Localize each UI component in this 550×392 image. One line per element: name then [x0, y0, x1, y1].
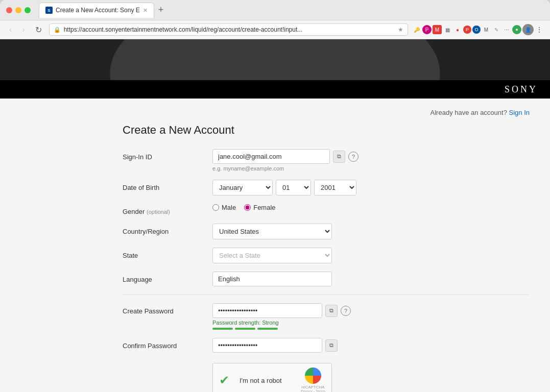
- ext6-icon[interactable]: M: [482, 25, 491, 34]
- svg-rect-0: [0, 39, 550, 80]
- sign-in-link[interactable]: Sign In: [509, 109, 530, 116]
- profile-avatar[interactable]: 👤: [522, 24, 534, 35]
- dob-label: Date of Birth: [123, 180, 204, 191]
- recaptcha-spacer: [123, 361, 204, 365]
- gender-male-text: Male: [222, 204, 236, 211]
- url-text: https://account.sonyentertainmentnetwork…: [64, 26, 395, 33]
- back-button[interactable]: ‹: [6, 24, 15, 35]
- gender-optional: (optional): [147, 209, 170, 215]
- minimize-button[interactable]: [15, 7, 21, 13]
- divider: [123, 295, 530, 295]
- recaptcha-row: ✔ I'm not a robot reCAPTCHA Privacy - Te…: [123, 361, 530, 392]
- forward-button[interactable]: ›: [19, 24, 28, 35]
- confirm-copy-icon[interactable]: ⧉: [325, 339, 338, 352]
- password-strength-text: Password strength: Strong: [212, 320, 396, 326]
- gender-female-radio[interactable]: [244, 204, 251, 211]
- create-password-row: Create Password ⧉ ? Password strength: S…: [123, 303, 530, 330]
- language-row: Language: [123, 272, 530, 286]
- key-icon[interactable]: 🔑: [412, 25, 421, 34]
- recaptcha-links: Privacy - Terms: [301, 389, 325, 392]
- gender-label: Gender (optional): [123, 204, 204, 215]
- new-tab-button[interactable]: +: [156, 5, 166, 15]
- country-select[interactable]: United States Canada United Kingdom: [212, 224, 332, 239]
- sign-in-id-field: ⧉ ? e.g. myname@example.com: [212, 149, 396, 172]
- ext4-icon[interactable]: P: [463, 26, 471, 34]
- gender-male-radio[interactable]: [212, 204, 219, 211]
- browser-content: SONY Already have an account? Sign In Cr…: [0, 39, 550, 392]
- svg-point-3: [258, 55, 273, 70]
- sony-bar: SONY: [0, 80, 550, 99]
- tab-favicon: S: [45, 7, 53, 14]
- gender-options: Male Female: [212, 204, 396, 211]
- password-copy-icon[interactable]: ⧉: [325, 305, 338, 317]
- ext2-icon[interactable]: ▦: [443, 25, 452, 34]
- recaptcha-box[interactable]: ✔ I'm not a robot reCAPTCHA Privacy - Te…: [212, 363, 332, 392]
- recaptcha-logo: reCAPTCHA Privacy - Terms: [301, 368, 325, 392]
- ext7-icon[interactable]: ✎: [492, 25, 501, 34]
- dob-month-select[interactable]: January FebruaryMarchApril MayJuneJuly A…: [212, 180, 273, 195]
- strength-bars: [212, 328, 396, 330]
- page-title: Create a New Account: [123, 124, 530, 137]
- bookmark-icon[interactable]: ★: [398, 26, 403, 33]
- traffic-lights: [6, 7, 31, 13]
- gender-female-text: Female: [253, 204, 275, 211]
- dob-year-select[interactable]: 2001 200019991998: [314, 180, 356, 195]
- create-password-input-wrapper: ⧉ ?: [212, 303, 396, 318]
- tab-title: Create a New Account: Sony E: [56, 7, 140, 14]
- close-button[interactable]: [6, 7, 12, 13]
- ext1-icon[interactable]: M: [433, 25, 442, 34]
- sign-in-id-label: Sign-In ID: [123, 149, 204, 161]
- create-password-field: ⧉ ? Password strength: Strong: [212, 303, 396, 330]
- gender-row: Gender (optional) Male Female: [123, 204, 530, 215]
- language-field: [212, 272, 396, 286]
- hero-image: [0, 39, 550, 80]
- active-tab[interactable]: S Create a New Account: Sony E ✕: [39, 3, 154, 18]
- state-select[interactable]: Select a State California New York Texas: [212, 248, 332, 263]
- browser-window: S Create a New Account: Sony E ✕ + ‹ › ↻…: [0, 0, 550, 392]
- svg-point-1: [174, 47, 378, 80]
- create-password-label: Create Password: [123, 303, 204, 315]
- country-row: Country/Region United States Canada Unit…: [123, 224, 530, 239]
- sign-in-id-hint: e.g. myname@example.com: [212, 165, 396, 172]
- extension-icons: 🔑 P M ▦ ● P O M ✎ ⋯ ● 👤 ⋮: [412, 24, 544, 35]
- gender-male-label[interactable]: Male: [212, 204, 236, 211]
- address-bar[interactable]: 🔒 https://account.sonyentertainmentnetwo…: [49, 23, 408, 36]
- state-row: State Select a State California New York…: [123, 248, 530, 263]
- recaptcha-checkmark: ✔: [219, 373, 233, 387]
- ext3-icon[interactable]: ●: [453, 25, 462, 34]
- state-field: Select a State California New York Texas: [212, 248, 396, 263]
- language-label: Language: [123, 272, 204, 283]
- pocket-icon[interactable]: P: [422, 25, 432, 34]
- language-input[interactable]: [212, 272, 332, 286]
- state-label: State: [123, 248, 204, 259]
- confirm-password-field: ⧉: [212, 338, 396, 353]
- svg-rect-5: [220, 60, 312, 65]
- recaptcha-brand: reCAPTCHA: [301, 385, 324, 389]
- sign-in-id-input[interactable]: [212, 149, 330, 164]
- confirm-password-label: Confirm Password: [123, 338, 204, 350]
- strength-bar-2: [235, 328, 255, 330]
- help-icon[interactable]: ?: [348, 152, 358, 162]
- password-help-icon[interactable]: ?: [341, 306, 351, 316]
- country-field: United States Canada United Kingdom: [212, 224, 396, 239]
- form-container: Already have an account? Sign In Create …: [0, 99, 550, 392]
- security-icon: 🔒: [54, 27, 61, 33]
- dob-day-select[interactable]: 01 02030405: [276, 180, 311, 195]
- chrome-signed-in-icon[interactable]: ●: [512, 25, 521, 34]
- sign-in-id-input-wrapper: ⧉ ?: [212, 149, 396, 164]
- ext8-icon[interactable]: ⋯: [502, 25, 511, 34]
- maximize-button[interactable]: [25, 7, 31, 13]
- country-label: Country/Region: [123, 224, 204, 235]
- create-password-input[interactable]: [212, 303, 322, 318]
- ext5-icon[interactable]: O: [472, 26, 481, 34]
- tab-close-button[interactable]: ✕: [143, 7, 148, 14]
- reload-button[interactable]: ↻: [32, 24, 45, 36]
- confirm-password-input-wrapper: ⧉: [212, 338, 396, 353]
- copy-icon[interactable]: ⧉: [333, 151, 345, 163]
- menu-icon[interactable]: ⋮: [535, 25, 544, 34]
- gender-female-label[interactable]: Female: [244, 204, 275, 211]
- browser-toolbar: ‹ › ↻ 🔒 https://account.sonyentertainmen…: [0, 20, 550, 39]
- confirm-password-input[interactable]: [212, 338, 322, 353]
- gender-field: Male Female: [212, 204, 396, 211]
- recaptcha-field: ✔ I'm not a robot reCAPTCHA Privacy - Te…: [212, 361, 396, 392]
